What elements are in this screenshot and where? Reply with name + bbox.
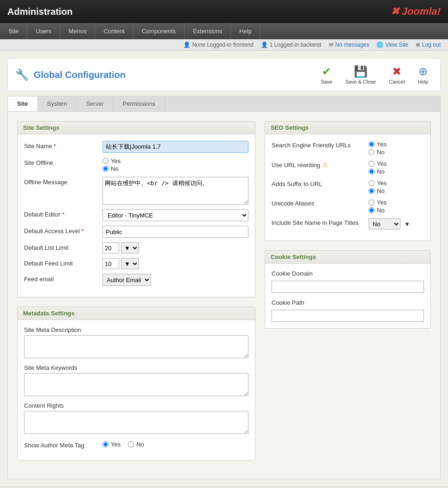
nav-extensions[interactable]: Extensions (185, 23, 231, 39)
include-site-name-row: Include Site Name in Page Titles No Befo… (272, 218, 424, 229)
feed-email-select[interactable]: Author Email Site Email (103, 274, 151, 286)
default-editor-label: Default Editor * (24, 209, 98, 218)
meta-desc-group: Site Meta Description (24, 326, 248, 360)
content-rights-group: Content Rights (24, 402, 248, 435)
metadata-settings-content: Site Meta Description Site Meta Keywords (18, 320, 255, 460)
page-header: 🔧 Global Configuration ✔ Save 💾 Save & C… (7, 58, 441, 91)
unicode-no: No (369, 207, 387, 214)
nav-menus[interactable]: Menus (60, 23, 95, 39)
default-feed-limit-row: Default Feed Limit ▼ (24, 258, 248, 269)
cookie-settings-title: Cookie Settings (265, 251, 430, 264)
show-author-row: Show Author Meta Tag Yes No (24, 440, 248, 449)
joomla-logo: ✖ Joomla! (391, 6, 441, 18)
save-button[interactable]: ✔ Save (316, 63, 337, 86)
sef-yes-radio[interactable] (369, 141, 375, 147)
cookie-domain-input[interactable] (272, 281, 424, 293)
default-editor-row: Default Editor * Editor - TinyMCE Editor… (24, 209, 248, 221)
list-limit-select[interactable]: ▼ (121, 242, 139, 253)
tab-server[interactable]: Server (77, 96, 113, 111)
offline-yes-radio[interactable] (103, 158, 109, 164)
meta-keywords-textarea[interactable] (24, 373, 248, 396)
right-column: SEO Settings Search Engine Friendly URLs… (265, 121, 431, 470)
site-name-input[interactable] (103, 141, 248, 153)
content-rights-textarea[interactable] (24, 411, 248, 434)
offline-yes-option: Yes (103, 157, 121, 164)
nav-users[interactable]: Users (27, 23, 60, 39)
show-author-options: Yes No (103, 441, 144, 448)
nav-components[interactable]: Components (133, 23, 185, 39)
sef-no-radio[interactable] (369, 149, 375, 155)
feed-email-label: Feed email (24, 274, 98, 283)
cookie-path-input[interactable] (272, 310, 424, 322)
meta-keywords-label: Site Meta Keywords (24, 364, 248, 371)
feed-limit-select[interactable]: ▼ (121, 258, 139, 269)
feed-email-row: Feed email Author Email Site Email (24, 274, 248, 286)
suffix-no-radio[interactable] (369, 188, 375, 194)
messages-status[interactable]: ✉ No messages (329, 42, 369, 48)
view-site-status[interactable]: 🌐 View Site (376, 42, 408, 48)
show-author-no: No (128, 441, 144, 448)
show-author-no-radio[interactable] (128, 441, 134, 447)
nav-help[interactable]: Help (231, 23, 260, 39)
seo-settings-content: Search Engine Friendly URLs Yes No (265, 134, 430, 241)
default-editor-select[interactable]: Editor - TinyMCE Editor - CodeMirror No … (103, 209, 248, 221)
tab-system[interactable]: System (38, 96, 77, 111)
offline-message-row: Offline Message 网站在维护中。<br /> 请稍候访问。 (24, 177, 248, 205)
save-icon: ✔ (322, 65, 331, 78)
save-close-icon: 💾 (354, 65, 368, 78)
site-offline-options: Yes No (103, 157, 121, 172)
help-button[interactable]: ⊕ Help (413, 63, 433, 86)
cancel-button[interactable]: ✖ Cancel (384, 63, 409, 86)
feed-limit-input[interactable] (103, 258, 119, 269)
save-close-button[interactable]: 💾 Save & Close (340, 63, 381, 86)
nav-content[interactable]: Content (95, 23, 133, 39)
site-offline-row: Site Offline Yes No (24, 157, 248, 172)
cookie-domain-group: Cookie Domain (272, 270, 424, 293)
meta-desc-row: Site Meta Description (24, 326, 248, 360)
url-rewrite-no-radio[interactable] (369, 169, 375, 175)
url-rewriting-options: Yes No (369, 160, 387, 175)
status-bar: 👤 None Logged-in frontend 👤 1 Logged-in … (0, 39, 448, 51)
list-limit-input[interactable] (103, 242, 119, 253)
suffix-yes-radio[interactable] (369, 180, 375, 186)
wrench-icon: 🔧 (15, 68, 29, 81)
adds-suffix-row: Adds Suffix to URL Yes No (272, 180, 424, 194)
offline-no-radio[interactable] (103, 166, 109, 172)
tab-site[interactable]: Site (8, 96, 38, 111)
seo-settings-box: SEO Settings Search Engine Friendly URLs… (265, 121, 431, 241)
site-name-row: Site Name * (24, 141, 248, 153)
unicode-yes-radio[interactable] (369, 199, 375, 205)
left-column: Site Settings Site Name * Site (17, 121, 255, 470)
globe-icon: 🌐 (376, 42, 383, 48)
page-title: Global Configuration (34, 70, 126, 80)
include-site-name-label: Include Site Name in Page Titles (272, 218, 364, 226)
content-rights-label: Content Rights (24, 402, 248, 409)
meta-desc-textarea[interactable] (24, 335, 248, 358)
cookie-path-label: Cookie Path (272, 299, 424, 306)
unicode-aliases-row: Unicode Aliases Yes No (272, 199, 424, 214)
logout-status[interactable]: ⊗ Log out (416, 42, 441, 48)
suffix-yes: Yes (369, 180, 387, 187)
url-rewriting-row: Use URL rewriting ⚠ Yes No (272, 160, 424, 175)
metadata-settings-title: Metadata Settings (18, 307, 255, 320)
show-author-yes: Yes (103, 441, 121, 448)
site-settings-box: Site Settings Site Name * Site (17, 121, 255, 297)
include-site-name-select[interactable]: No Before After (369, 218, 400, 229)
site-settings-content: Site Name * Site Offline Yes (18, 134, 255, 297)
nav-site[interactable]: Site (0, 23, 27, 39)
url-rewriting-label: Use URL rewriting ⚠ (272, 160, 364, 169)
cookie-path-group: Cookie Path (272, 299, 424, 322)
default-feed-limit-control: ▼ (103, 258, 139, 269)
include-site-name-control: No Before After ▼ (369, 218, 410, 229)
url-rewrite-yes-radio[interactable] (369, 161, 375, 167)
user-icon2: 👤 (261, 42, 268, 48)
cookie-settings-box: Cookie Settings Cookie Domain Cookie Pat… (265, 250, 431, 329)
sef-urls-row: Search Engine Friendly URLs Yes No (272, 141, 424, 156)
default-access-input[interactable] (103, 226, 248, 238)
show-author-yes-radio[interactable] (103, 441, 109, 447)
toolbar: ✔ Save 💾 Save & Close ✖ Cancel ⊕ Help (316, 63, 433, 86)
unicode-no-radio[interactable] (369, 207, 375, 213)
tab-permissions[interactable]: Permissions (113, 96, 165, 111)
sef-no-option: No (369, 149, 387, 156)
offline-message-textarea[interactable]: 网站在维护中。<br /> 请稍候访问。 (103, 177, 248, 205)
